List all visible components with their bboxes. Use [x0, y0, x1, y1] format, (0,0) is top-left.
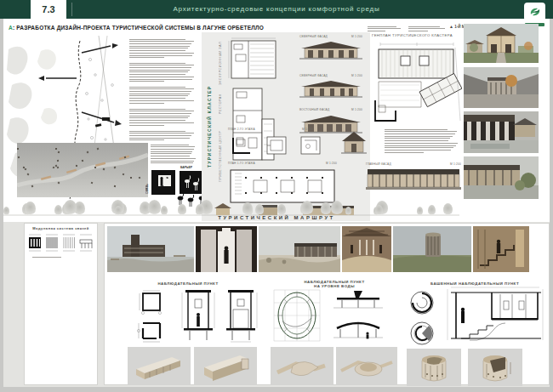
- text-line: [129, 77, 194, 77]
- room-label-restaurant: РЕСТОРАН: [219, 88, 222, 114]
- structure-speck: [55, 148, 57, 150]
- aerial-route-render: [17, 143, 148, 197]
- structure-speck: [76, 165, 77, 167]
- text-line: [129, 70, 190, 71]
- render-photo-corridor-person: [196, 226, 257, 272]
- structure-speck: [17, 148, 19, 150]
- floor-plan-drawing: [262, 133, 291, 158]
- text-line: [368, 26, 396, 27]
- text-line: [385, 129, 448, 130]
- genplan-text-block: [385, 128, 459, 156]
- drawing-caption: ВОСТОЧНЫЙ ФАСАДМ 1:200: [299, 108, 362, 111]
- cluster-vertical-label: ТУРИСТИЧЕСКИЙ КЛАСТЕР: [207, 70, 212, 168]
- text-line: [129, 71, 188, 72]
- text-line: [129, 122, 194, 123]
- render-photo-cylindrical-tower: [393, 226, 471, 272]
- board-subtitle: А: РАЗРАБОТКА ДИЗАЙН-ПРОЕКТА ТУРИСТИЧЕСК…: [9, 25, 264, 31]
- text-line: [129, 95, 188, 96]
- text-line: [151, 161, 194, 162]
- body-text-paragraph: [151, 143, 197, 165]
- main-facade-elevation: [366, 167, 461, 193]
- text-line: [129, 46, 190, 47]
- floor-plan-drawing: [296, 133, 325, 158]
- brand-logo: [524, 3, 545, 21]
- body-text-paragraph: [129, 85, 196, 104]
- render-photo-timber-house: [464, 24, 539, 63]
- text-line: [385, 131, 457, 132]
- text-line: [129, 39, 185, 40]
- text-line: [129, 135, 191, 136]
- tree-silhouette: [321, 202, 331, 216]
- text-line: [385, 150, 451, 151]
- text-line: [151, 145, 189, 145]
- tree-silhouette: [54, 205, 62, 216]
- text-line: [368, 28, 401, 29]
- facade-elevation: [299, 39, 362, 62]
- triangle-icon: ▲: [449, 24, 453, 29]
- render-photo-wood-interior: [342, 226, 391, 272]
- structure-speck: [130, 177, 132, 179]
- page-title: Архитектурно-средовые концепции комфортн…: [77, 0, 476, 19]
- text-line: [129, 131, 185, 132]
- text-line: [129, 65, 194, 65]
- text-line: [129, 55, 192, 56]
- text-line: [129, 103, 164, 104]
- tree-silhouette: [242, 202, 253, 216]
- tree-silhouette: [3, 207, 9, 216]
- text-line: [151, 156, 190, 156]
- circular-plan-drawing: [405, 289, 439, 316]
- text-line: [385, 136, 453, 137]
- drawing-caption: ПЛАН 1-ГО ЭТАЖАМ 1:200: [228, 162, 337, 165]
- model-photo: [468, 349, 522, 386]
- tree-silhouette: [301, 201, 313, 216]
- facade-elevation: [340, 129, 368, 158]
- tower-section-drawing: [223, 287, 259, 344]
- tower-section-stair-drawing: [444, 286, 546, 345]
- text-line: [129, 57, 164, 58]
- facade-elevation: [299, 78, 362, 100]
- text-line: [385, 143, 458, 144]
- body-text-paragraph: [129, 61, 196, 82]
- tree-silhouette: [428, 205, 436, 216]
- text-line: [385, 138, 450, 139]
- structure-speck: [94, 167, 96, 168]
- text-line: [129, 91, 191, 92]
- module-type-diagrams: [26, 233, 96, 253]
- text-line: [129, 94, 190, 94]
- genplan-drawing: [372, 39, 462, 124]
- tree-silhouette: [443, 203, 453, 216]
- text-line: [129, 117, 188, 118]
- text-line: [129, 48, 188, 48]
- text-line: [385, 152, 424, 153]
- section-heading-observation-point: НАБЛЮДАТЕЛЬНЫЙ ПУНКТ: [107, 281, 269, 286]
- concept-connection-pictogram: [151, 170, 175, 195]
- text-line: [408, 28, 445, 29]
- room-label-hall: ЭКСКУРСИОННЫЙ ЗАЛ: [219, 41, 222, 85]
- render-photo-marsh-building: [259, 226, 340, 272]
- text-line: [129, 79, 192, 80]
- tree-silhouette: [196, 204, 204, 216]
- text-line: [129, 43, 191, 44]
- oval-plan-drawing: [271, 287, 323, 344]
- text-line: [129, 41, 194, 42]
- structure-speck: [57, 160, 59, 162]
- text-line: [151, 146, 195, 147]
- text-line: [408, 26, 440, 27]
- text-line: [129, 98, 185, 99]
- drawing-caption: ГЛАВНЫЙ ФАСАДМ 1:200: [366, 162, 461, 166]
- text-line: [129, 67, 191, 68]
- render-photo-courtyard-pool: [464, 156, 539, 199]
- concept-left-label: СВЯЗЬ: [145, 170, 149, 194]
- text-line: [129, 74, 185, 75]
- tree-silhouette: [64, 200, 77, 216]
- subtitle-text: : РАЗРАБОТКА ДИЗАЙН-ПРОЕКТА ТУРИСТИЧЕСКО…: [13, 25, 264, 31]
- text-line: [151, 162, 193, 163]
- text-line: [408, 31, 428, 31]
- model-photo: [336, 347, 397, 385]
- text-line: [129, 88, 194, 89]
- drawing-caption: СЕВЕРНЫЙ ФАСАДМ 1:200: [299, 74, 362, 77]
- stamp-text-block: [368, 25, 402, 31]
- text-line: [129, 139, 164, 140]
- model-photo: [271, 347, 334, 385]
- swoosh-icon: [528, 5, 542, 19]
